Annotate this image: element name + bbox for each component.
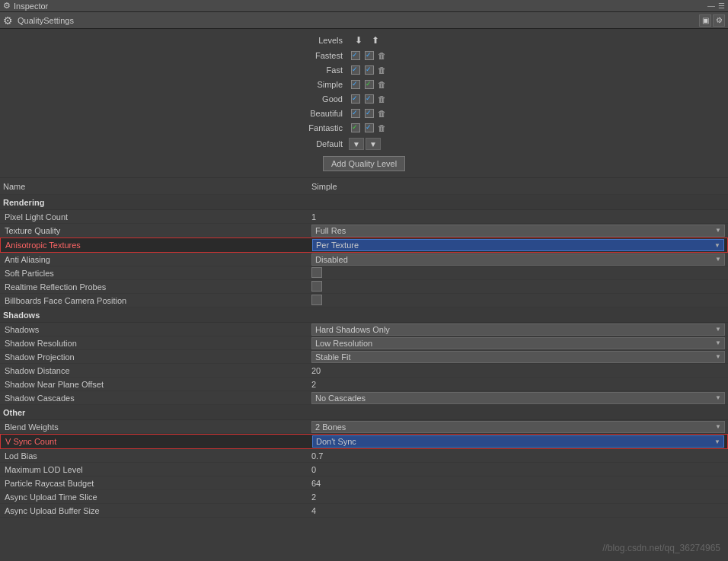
menu-icon[interactable]: ☰ bbox=[718, 2, 725, 10]
name-value: Simple bbox=[311, 182, 725, 191]
anisotropic-textures-value: Per Texture bbox=[316, 241, 359, 250]
particle-raycast-label: Particle Raycast Budget bbox=[3, 479, 311, 488]
fantastic-cb1[interactable] bbox=[349, 123, 362, 133]
shadows-arrow: ▼ bbox=[715, 326, 721, 333]
other-section-header: Other bbox=[0, 405, 728, 420]
default-dropdown-left[interactable]: ▼ bbox=[349, 138, 364, 150]
fastest-cb1[interactable] bbox=[349, 50, 362, 61]
anti-aliasing-arrow: ▼ bbox=[715, 256, 721, 263]
anisotropic-arrow: ▼ bbox=[714, 242, 720, 249]
fantastic-cb2[interactable] bbox=[362, 123, 376, 133]
level-name-fastest: Fastest bbox=[288, 51, 349, 60]
lod-bias-row: Lod Bias 0.7 bbox=[0, 449, 728, 463]
shadow-cascades-row: Shadow Cascades No Cascades ▼ bbox=[0, 391, 728, 405]
bookmark-icon[interactable]: ▣ bbox=[699, 14, 711, 27]
good-cb1[interactable] bbox=[349, 94, 362, 104]
anti-aliasing-value: Disabled bbox=[315, 255, 348, 264]
billboards-label: Billboards Face Camera Position bbox=[3, 296, 311, 305]
shadow-cascades-label: Shadow Cascades bbox=[3, 394, 311, 403]
vsync-value: Don't Sync bbox=[316, 437, 356, 446]
fastest-delete[interactable]: 🗑 bbox=[376, 50, 387, 61]
beautiful-cb2[interactable] bbox=[362, 108, 376, 119]
anisotropic-textures-dropdown[interactable]: Per Texture ▼ bbox=[312, 239, 724, 251]
titlebar: ⚙ Inspector — ☰ bbox=[0, 0, 728, 12]
async-upload-buffer-value: 4 bbox=[311, 506, 725, 515]
level-name-beautiful: Beautiful bbox=[288, 109, 349, 118]
minimize-icon[interactable]: — bbox=[707, 2, 715, 10]
shadow-projection-label: Shadow Projection bbox=[3, 352, 311, 362]
other-label: Other bbox=[3, 408, 25, 417]
settings-icon[interactable]: ⚙ bbox=[713, 14, 725, 27]
billboards-cb[interactable] bbox=[311, 295, 322, 305]
simple-delete[interactable]: 🗑 bbox=[376, 79, 387, 90]
shadow-resolution-dropdown[interactable]: Low Resolution ▼ bbox=[311, 337, 725, 349]
title-text: Inspector bbox=[14, 2, 48, 11]
billboards-checkbox[interactable] bbox=[311, 295, 725, 307]
shadow-distance-label: Shadow Distance bbox=[3, 366, 311, 375]
realtime-reflection-label: Realtime Reflection Probes bbox=[3, 282, 311, 292]
main-content: Levels ⬇ ⬆ Fastest 🗑 Fast bbox=[0, 29, 728, 561]
anti-aliasing-label: Anti Aliasing bbox=[3, 255, 311, 264]
level-name-simple: Simple bbox=[288, 80, 349, 89]
shadow-distance-value: 20 bbox=[311, 366, 725, 375]
async-upload-time-label: Async Upload Time Slice bbox=[3, 492, 311, 502]
name-row: Name Simple bbox=[0, 178, 728, 195]
particle-raycast-value: 64 bbox=[311, 479, 725, 488]
levels-label: Levels bbox=[288, 36, 349, 45]
realtime-reflection-cb[interactable] bbox=[311, 281, 322, 292]
inspector-header: ⚙ QualitySettings ▣ ⚙ bbox=[0, 12, 728, 29]
max-lod-value: 0 bbox=[311, 465, 725, 474]
vsync-arrow: ▼ bbox=[714, 438, 720, 445]
shadow-near-plane-label: Shadow Near Plane Offset bbox=[3, 380, 311, 389]
fast-cb1[interactable] bbox=[349, 65, 362, 75]
beautiful-delete[interactable]: 🗑 bbox=[376, 108, 387, 119]
good-delete[interactable]: 🗑 bbox=[376, 94, 387, 104]
simple-cb2[interactable] bbox=[362, 79, 376, 90]
soft-particles-checkbox[interactable] bbox=[311, 267, 725, 279]
blend-weights-label: Blend Weights bbox=[3, 422, 311, 432]
shadow-cascades-value: No Cascades bbox=[315, 394, 366, 403]
soft-particles-label: Soft Particles bbox=[3, 269, 311, 278]
level-row-fantastic: Fantastic 🗑 bbox=[288, 121, 440, 135]
vsync-dropdown[interactable]: Don't Sync ▼ bbox=[312, 435, 724, 448]
header-right-buttons: ▣ ⚙ bbox=[699, 14, 725, 27]
default-dropdown-right[interactable]: ▼ bbox=[366, 138, 381, 150]
texture-quality-dropdown[interactable]: Full Res ▼ bbox=[311, 225, 725, 237]
header-download-icon: ⬇ bbox=[352, 35, 366, 46]
shadows-prop-label: Shadows bbox=[3, 325, 311, 334]
soft-particles-row: Soft Particles bbox=[0, 266, 728, 280]
shadow-near-plane-row: Shadow Near Plane Offset 2 bbox=[0, 378, 728, 391]
simple-cb1[interactable] bbox=[349, 79, 362, 90]
max-lod-label: Maximum LOD Level bbox=[3, 465, 311, 474]
add-quality-button[interactable]: Add Quality Level bbox=[323, 156, 405, 171]
default-label: Default bbox=[288, 139, 349, 148]
shadow-projection-dropdown[interactable]: Stable Fit ▼ bbox=[311, 351, 725, 363]
async-upload-time-value: 2 bbox=[311, 492, 725, 502]
good-cb2[interactable] bbox=[362, 94, 376, 104]
async-upload-buffer-row: Async Upload Buffer Size 4 bbox=[0, 504, 728, 518]
header-platform-icon: ⬆ bbox=[369, 35, 382, 46]
async-upload-time-row: Async Upload Time Slice 2 bbox=[0, 490, 728, 504]
shadows-dropdown[interactable]: Hard Shadows Only ▼ bbox=[311, 324, 725, 336]
level-row-fast: Fast 🗑 bbox=[288, 63, 440, 77]
beautiful-cb1[interactable] bbox=[349, 108, 362, 119]
shadow-resolution-row: Shadow Resolution Low Resolution ▼ bbox=[0, 336, 728, 350]
shadow-resolution-label: Shadow Resolution bbox=[3, 339, 311, 348]
fastest-cb2[interactable] bbox=[362, 50, 376, 61]
blend-weights-arrow: ▼ bbox=[715, 423, 721, 430]
fast-delete[interactable]: 🗑 bbox=[376, 65, 387, 75]
level-row-simple: Simple 🗑 bbox=[288, 78, 440, 91]
fantastic-delete[interactable]: 🗑 bbox=[376, 123, 387, 133]
level-name-good: Good bbox=[288, 94, 349, 104]
pixel-light-count-row: Pixel Light Count 1 bbox=[0, 210, 728, 224]
fast-cb2[interactable] bbox=[362, 65, 376, 75]
soft-particles-cb[interactable] bbox=[311, 267, 322, 278]
anti-aliasing-dropdown[interactable]: Disabled ▼ bbox=[311, 253, 725, 266]
shadow-cascades-dropdown[interactable]: No Cascades ▼ bbox=[311, 392, 725, 404]
texture-quality-label: Texture Quality bbox=[3, 226, 311, 235]
gear-icon: ⚙ bbox=[3, 1, 11, 11]
level-name-fantastic: Fantastic bbox=[288, 123, 349, 132]
component-gear-icon: ⚙ bbox=[3, 14, 13, 27]
realtime-reflection-checkbox[interactable] bbox=[311, 281, 725, 293]
blend-weights-dropdown[interactable]: 2 Bones ▼ bbox=[311, 421, 725, 433]
